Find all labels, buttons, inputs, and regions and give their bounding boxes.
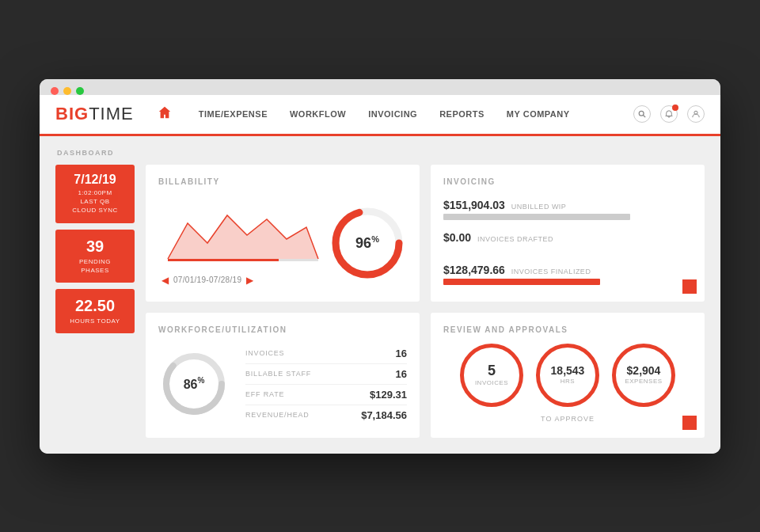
wf-label-3: REVENUE/HEAD [245,411,310,419]
wf-label-1: BILLABLE STAFF [245,370,311,378]
nav-my-company[interactable]: MY COMPANY [496,109,581,119]
approval-circle-2: $2,904 EXPENSES [612,344,675,407]
inv-amount-1: $0.00 [443,231,471,244]
pending-stat-card: 39 PENDINGPHASES [55,230,135,283]
workforce-donut: 86% [158,348,230,420]
nav-reports[interactable]: REPORTS [428,109,496,119]
bell-icon [665,110,673,118]
nav-links: TIME/EXPENSE WORKFLOW INVOICING REPORTS … [188,109,633,119]
workforce-stats: INVOICES 16 BILLABLE STAFF 16 EFF RATE $… [245,344,407,425]
bottom-panels-row: WORKFORCE/UTILIZATION 86% [146,313,705,438]
left-panel: 7/12/19 1:02:00PMLAST QBCLOUD SYNC 39 PE… [55,165,135,438]
approval-value-0: 5 [488,363,496,378]
nav-workflow[interactable]: WORKFLOW [279,109,357,119]
inv-bar-0 [443,214,630,220]
invoicing-row-top-0: $151,904.03 UNBILLED WIP [443,199,692,211]
workforce-title: WORKFORCE/UTILIZATION [158,325,407,334]
approvals-red-square [682,416,697,430]
invoicing-row-2: $128,479.66 INVOICES FINALIZED [443,264,692,285]
workforce-content: 86% INVOICES 16 BILLABLE STAFF [158,344,407,425]
nav-time-expense[interactable]: TIME/EXPENSE [188,109,279,119]
chart-area: ◀ 07/01/19-07/28/19 ▶ [158,196,320,283]
invoicing-row-1: $0.00 INVOICES DRAFTED [443,231,692,253]
invoicing-panel: INVOICING $151,904.03 UNBILLED WIP [431,165,705,302]
wf-row-0: INVOICES 16 [245,344,407,364]
minimize-dot[interactable] [63,87,71,95]
pending-sub: PENDINGPHASES [62,257,128,275]
search-button[interactable] [633,105,651,123]
logo: BIG TIME [55,104,134,124]
browser-chrome [40,79,720,95]
invoicing-row-top-2: $128,479.66 INVOICES FINALIZED [443,264,692,276]
billability-chart [158,196,320,267]
hours-sub: HOURS TODAY [62,317,128,325]
billability-donut: 96% [328,203,407,283]
wf-row-3: REVENUE/HEAD $7,184.56 [245,405,407,425]
user-menu-button[interactable] [687,105,705,123]
invoicing-red-square [682,279,697,294]
logo-time: TIME [89,104,134,124]
date-stat-card: 7/12/19 1:02:00PMLAST QBCLOUD SYNC [55,165,135,223]
top-panels-row: BILLABILITY [146,165,705,302]
inv-label-2: INVOICES FINALIZED [511,268,591,276]
notifications-button[interactable] [660,105,678,123]
wf-label-0: INVOICES [245,349,284,357]
inv-label-1: INVOICES DRAFTED [477,235,553,243]
workforce-panel: WORKFORCE/UTILIZATION 86% [146,313,420,438]
wf-value-0: 16 [396,348,407,359]
home-icon [158,105,172,120]
stat-date: 7/12/19 [62,173,128,187]
right-panels: BILLABILITY [146,165,705,438]
wf-value-2: $129.31 [370,389,407,401]
billability-percent: 96% [355,234,379,252]
inv-label-0: UNBILLED WIP [511,203,567,211]
pending-value: 39 [62,238,128,255]
svg-point-0 [639,111,644,116]
logo-big: BIG [55,104,89,124]
maximize-dot[interactable] [76,87,84,95]
nav-invoicing[interactable]: INVOICING [357,109,428,119]
approval-circle-0: 5 INVOICES [460,344,523,407]
dashboard-grid: 7/12/19 1:02:00PMLAST QBCLOUD SYNC 39 PE… [55,165,705,438]
approvals-panel: REVIEW AND APPROVALS 5 INVOICES 18,543 H… [431,313,705,438]
wf-row-1: BILLABLE STAFF 16 [245,364,407,385]
svg-rect-5 [168,259,279,261]
inv-amount-0: $151,904.03 [443,199,505,211]
svg-marker-3 [168,215,318,259]
approval-value-2: $2,904 [627,365,661,376]
approval-circle-1: 18,543 HRS [536,344,599,407]
wf-label-2: EFF RATE [245,390,284,398]
inv-amount-2: $128,479.66 [443,264,505,276]
browser-window: BIG TIME TIME/EXPENSE WORKFLOW INVOICING… [40,79,720,454]
stat-date-sub: 1:02:00PMLAST QBCLOUD SYNC [62,188,128,215]
invoicing-title: INVOICING [443,177,692,186]
main-content: DASHBOARD 7/12/19 1:02:00PMLAST QBCLOUD … [40,136,720,454]
approval-label-2: EXPENSES [625,378,662,385]
svg-line-1 [643,115,645,117]
approvals-title: REVIEW AND APPROVALS [443,325,692,334]
wf-value-3: $7,184.56 [361,409,407,421]
billability-content: ◀ 07/01/19-07/28/19 ▶ [158,196,407,289]
dashboard-label: DASHBOARD [55,149,705,157]
approvals-circles: 5 INVOICES 18,543 HRS $2,904 EXPENSES [460,344,675,407]
approvals-sub-label: TO APPROVE [541,415,595,423]
wf-value-1: 16 [396,368,407,380]
invoicing-rows: $151,904.03 UNBILLED WIP $0.00 INVOICES … [443,196,692,285]
workforce-percent: 86% [184,376,205,391]
approval-label-1: HRS [560,378,575,385]
chart-next-arrow[interactable]: ▶ [246,275,253,286]
hours-stat-card: 22.50 HOURS TODAY [55,289,135,333]
billability-title: BILLABILITY [158,177,407,186]
user-icon [692,110,700,118]
hours-value: 22.50 [62,297,128,314]
search-icon [638,110,646,118]
billability-panel: BILLABILITY [146,165,420,302]
close-dot[interactable] [51,87,59,95]
navbar: BIG TIME TIME/EXPENSE WORKFLOW INVOICING… [40,95,720,136]
wf-row-2: EFF RATE $129.31 [245,385,407,405]
invoicing-row-0: $151,904.03 UNBILLED WIP [443,199,692,220]
nav-home-button[interactable] [158,105,172,123]
chart-prev-arrow[interactable]: ◀ [162,275,169,286]
approvals-content: 5 INVOICES 18,543 HRS $2,904 EXPENSES [443,344,692,423]
approval-value-1: 18,543 [551,365,585,376]
